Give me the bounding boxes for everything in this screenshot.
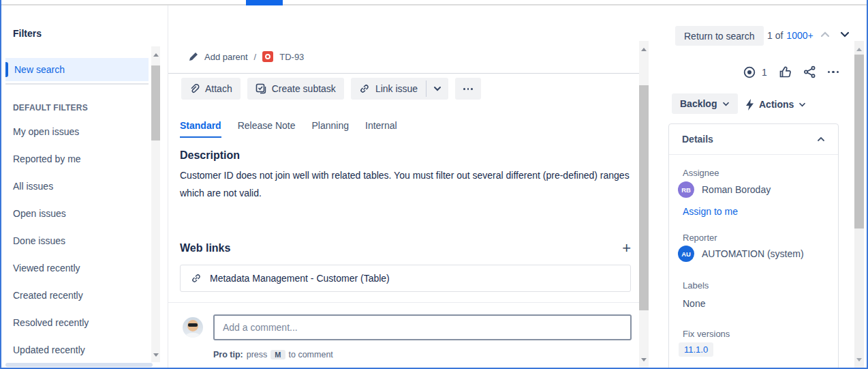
actions-label: Actions [759, 99, 794, 110]
actions-button[interactable]: Actions [745, 95, 806, 113]
chevron-up-icon [817, 136, 825, 142]
link-issue-label: Link issue [375, 83, 418, 94]
issue-toolbar: Attach Create subtask Link issue [181, 78, 481, 100]
pro-tip-label: Pro tip: [213, 350, 243, 359]
assignee-avatar: RB [678, 181, 694, 198]
sidebar-title: Filters [13, 28, 42, 39]
pager-total-link[interactable]: 1000+ [786, 30, 813, 41]
pager-position: 1 of [767, 30, 783, 41]
window-scrollbar-thumb[interactable] [854, 55, 864, 228]
active-tab-indicator [246, 0, 283, 5]
issue-main-panel: Add parent / TD-93 Attach Create subtask [168, 5, 639, 368]
description-heading: Description [180, 149, 240, 162]
breadcrumb-separator: / [254, 52, 257, 62]
lightning-icon [745, 99, 754, 110]
link-issue-dropdown-button[interactable] [427, 78, 448, 100]
assign-to-me-link[interactable]: Assign to me [683, 206, 738, 217]
tab-planning[interactable]: Planning [312, 120, 350, 138]
details-panel-header[interactable]: Details [669, 124, 838, 155]
sidebar-item-open-issues[interactable]: Open issues [1, 200, 151, 227]
status-label: Backlog [680, 98, 717, 109]
details-panel: Details Assignee RB Roman Boroday Assign… [668, 123, 839, 369]
web-link-item[interactable]: Metadata Management - Customer (Table) [180, 265, 631, 292]
subtask-icon [255, 83, 266, 94]
main-scrollbar-thumb[interactable] [639, 85, 649, 310]
vote-thumbs-up-button[interactable] [779, 65, 792, 78]
main-scrollbar[interactable] [639, 41, 649, 368]
issue-quick-actions: 1 [741, 65, 839, 78]
assignee-value[interactable]: RB Roman Boroday [678, 181, 771, 198]
chevron-down-icon [722, 102, 730, 106]
description-text[interactable]: Customer ID does not join well with rela… [180, 166, 635, 202]
scroll-down-arrow-icon[interactable] [856, 358, 862, 361]
watch-button[interactable] [741, 66, 758, 78]
paperclip-icon [189, 83, 200, 94]
breadcrumb: Add parent / TD-93 [189, 51, 304, 62]
scroll-down-arrow-icon[interactable] [153, 353, 159, 357]
sidebar-item-reported-by-me[interactable]: Reported by me [1, 145, 151, 173]
reporter-avatar: AU [678, 246, 694, 262]
sidebar-scrollbar-thumb[interactable] [151, 65, 160, 141]
scroll-up-arrow-icon[interactable] [856, 48, 862, 51]
reporter-value[interactable]: AU AUTOMATION (system) [678, 246, 804, 262]
attach-label: Attach [205, 83, 232, 94]
comment-divider [168, 302, 639, 303]
sidebar-item-created-recently[interactable]: Created recently [1, 282, 151, 309]
sidebar-divider [5, 83, 149, 85]
issue-pager: 1 of 1000+ [767, 30, 813, 41]
labels-label: Labels [683, 280, 709, 291]
web-link-label: Metadata Management - Customer (Table) [210, 273, 390, 284]
link-issue-button[interactable]: Link issue [351, 78, 426, 100]
sidebar-item-all-issues[interactable]: All issues [1, 173, 151, 200]
window-border-left [0, 0, 1, 369]
scroll-up-arrow-icon[interactable] [153, 53, 159, 57]
tab-release-note[interactable]: Release Note [238, 120, 296, 138]
fix-version-badge[interactable]: 11.1.0 [679, 342, 713, 357]
sidebar-scrollbar[interactable] [151, 46, 160, 362]
sidebar-horizontal-scrollbar[interactable] [5, 363, 153, 367]
scroll-down-arrow-icon[interactable] [641, 358, 647, 361]
jira-issue-window: Filters New search DEFAULT FILTERS My op… [0, 0, 868, 369]
scroll-up-arrow-icon[interactable] [641, 48, 647, 51]
status-dropdown-button[interactable]: Backlog [672, 93, 738, 114]
sidebar-item-updated-recently[interactable]: Updated recently [1, 336, 151, 364]
tab-internal[interactable]: Internal [365, 120, 397, 138]
more-options-button[interactable] [828, 71, 839, 74]
link-issue-split-button: Link issue [351, 78, 448, 100]
create-subtask-button[interactable]: Create subtask [247, 78, 344, 100]
sidebar-item-viewed-recently[interactable]: Viewed recently [1, 254, 151, 282]
pro-tip-text-2: to comment [289, 350, 333, 359]
issue-key-link[interactable]: TD-93 [279, 52, 304, 62]
default-filters-heading: DEFAULT FILTERS [13, 103, 88, 113]
sidebar-item-new-search[interactable]: New search [5, 58, 149, 81]
default-filters-list: My open issues Reported by me All issues… [1, 118, 151, 364]
reporter-name: AUTOMATION (system) [702, 248, 804, 259]
tab-standard[interactable]: Standard [180, 120, 221, 138]
selected-indicator-bar [5, 62, 8, 77]
fix-versions-label: Fix versions [683, 329, 730, 339]
window-scrollbar[interactable] [854, 41, 864, 368]
add-parent-link[interactable]: Add parent [204, 52, 248, 62]
sidebar-item-done-issues[interactable]: Done issues [1, 227, 151, 254]
top-divider [1, 4, 867, 5]
add-web-link-button[interactable]: + [622, 242, 631, 254]
return-to-search-button[interactable]: Return to search [675, 26, 764, 46]
labels-value[interactable]: None [683, 298, 705, 309]
assignee-name: Roman Boroday [702, 184, 771, 195]
field-tabs: Standard Release Note Planning Internal [180, 120, 397, 138]
pencil-icon [189, 52, 198, 61]
previous-issue-button[interactable] [820, 31, 830, 38]
link-icon [191, 273, 202, 284]
ellipsis-icon [828, 71, 831, 74]
ellipsis-icon [463, 88, 465, 90]
sidebar-item-my-open-issues[interactable]: My open issues [1, 118, 151, 145]
attach-button[interactable]: Attach [181, 78, 241, 100]
sidebar-item-resolved-recently[interactable]: Resolved recently [1, 309, 151, 336]
add-comment-input[interactable] [213, 314, 632, 340]
chevron-down-icon [799, 102, 806, 107]
next-issue-button[interactable] [840, 31, 850, 38]
share-button[interactable] [803, 65, 816, 78]
watch-count: 1 [762, 67, 767, 78]
more-actions-button[interactable] [455, 78, 481, 100]
bug-type-icon [262, 51, 273, 62]
